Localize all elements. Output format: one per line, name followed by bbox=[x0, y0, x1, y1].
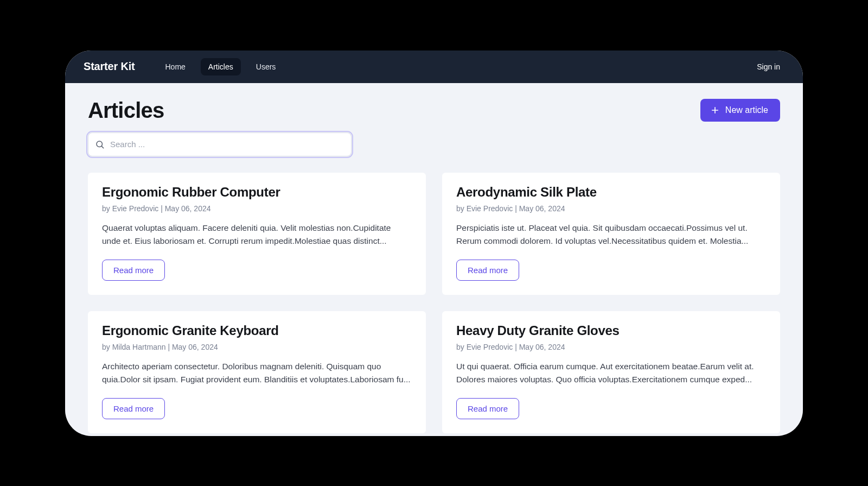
read-more-button[interactable]: Read more bbox=[102, 398, 165, 419]
article-grid: Ergonomic Rubber Computerby Evie Predovi… bbox=[88, 173, 780, 433]
article-byline: by Evie Predovic | May 06, 2024 bbox=[456, 343, 766, 351]
article-card: Aerodynamic Silk Plateby Evie Predovic |… bbox=[442, 173, 780, 295]
article-title[interactable]: Heavy Duty Granite Gloves bbox=[456, 323, 766, 338]
search-icon bbox=[95, 140, 105, 149]
nav-articles[interactable]: Articles bbox=[201, 58, 241, 75]
article-card: Ergonomic Granite Keyboardby Milda Hartm… bbox=[88, 311, 426, 433]
page-title: Articles bbox=[88, 98, 164, 123]
app-window: Starter Kit Home Articles Users Sign in … bbox=[65, 51, 803, 436]
article-title[interactable]: Ergonomic Granite Keyboard bbox=[102, 323, 412, 338]
search-input[interactable] bbox=[110, 140, 344, 149]
read-more-button[interactable]: Read more bbox=[456, 398, 519, 419]
new-article-label: New article bbox=[725, 105, 768, 115]
article-byline: by Evie Predovic | May 06, 2024 bbox=[102, 204, 412, 213]
nav-users[interactable]: Users bbox=[248, 58, 284, 75]
page-header: Articles New article bbox=[88, 98, 780, 123]
nav-links: Home Articles Users bbox=[158, 58, 284, 75]
new-article-button[interactable]: New article bbox=[700, 99, 780, 122]
read-more-button[interactable]: Read more bbox=[102, 260, 165, 281]
search-wrap bbox=[88, 132, 352, 156]
signin-link[interactable]: Sign in bbox=[757, 62, 780, 71]
plus-icon bbox=[710, 105, 720, 115]
article-byline: by Milda Hartmann | May 06, 2024 bbox=[102, 343, 412, 351]
search-box[interactable] bbox=[88, 132, 352, 156]
read-more-button[interactable]: Read more bbox=[456, 260, 519, 281]
page-content: Articles New article Ergonomic Rubber Co… bbox=[65, 83, 803, 433]
navbar: Starter Kit Home Articles Users Sign in bbox=[65, 51, 803, 83]
svg-line-3 bbox=[101, 146, 103, 148]
brand-logo[interactable]: Starter Kit bbox=[84, 60, 135, 73]
article-card: Heavy Duty Granite Glovesby Evie Predovi… bbox=[442, 311, 780, 433]
article-excerpt: Perspiciatis iste ut. Placeat vel quia. … bbox=[456, 222, 766, 248]
article-excerpt: Architecto aperiam consectetur. Doloribu… bbox=[102, 360, 412, 386]
article-card: Ergonomic Rubber Computerby Evie Predovi… bbox=[88, 173, 426, 295]
nav-home[interactable]: Home bbox=[158, 58, 193, 75]
article-excerpt: Quaerat voluptas aliquam. Facere delenit… bbox=[102, 222, 412, 248]
article-title[interactable]: Aerodynamic Silk Plate bbox=[456, 185, 766, 200]
article-byline: by Evie Predovic | May 06, 2024 bbox=[456, 204, 766, 213]
article-title[interactable]: Ergonomic Rubber Computer bbox=[102, 185, 412, 200]
article-excerpt: Ut qui quaerat. Officia earum cumque. Au… bbox=[456, 360, 766, 386]
